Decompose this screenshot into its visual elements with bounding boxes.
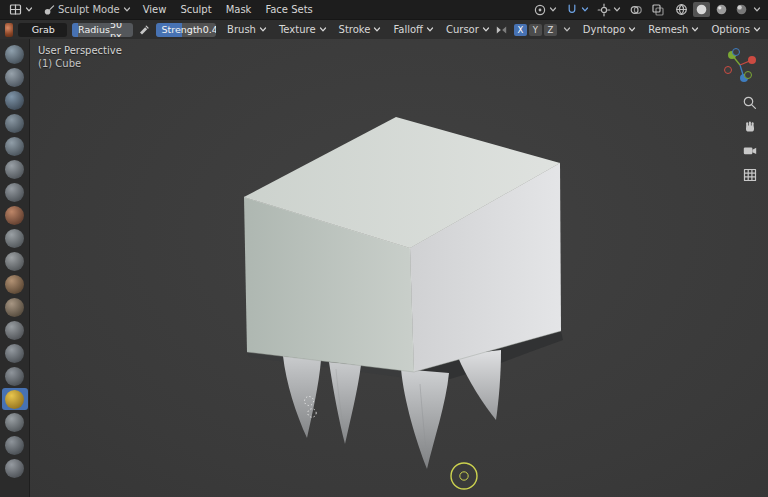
menu-view[interactable]: View [136, 0, 174, 19]
brush-crease[interactable] [2, 204, 28, 226]
caret-icon [426, 27, 434, 32]
brush-scrape-icon [5, 298, 24, 317]
brush-pinch-icon [5, 321, 24, 340]
brush-clay-strips-icon [5, 114, 24, 133]
radius-slider[interactable]: Radius 50 px [72, 23, 133, 37]
mirror-z-toggle[interactable]: Z [544, 24, 557, 36]
pivot-point-button[interactable] [533, 3, 557, 17]
shading-rendered-button[interactable] [733, 2, 750, 17]
strength-slider[interactable]: Strength 0.400 [156, 23, 217, 37]
brush-smooth[interactable] [2, 227, 28, 249]
brush-fill[interactable] [2, 273, 28, 295]
brush-elastic-deform[interactable] [2, 342, 28, 364]
radius-pressure-toggle[interactable] [138, 23, 151, 36]
spike-leg-2[interactable] [329, 362, 361, 444]
brush-clay-strips[interactable] [2, 112, 28, 134]
dropdown-cursor-label: Cursor [446, 24, 479, 35]
brush-snake-hook-icon [5, 367, 24, 386]
brush-pinch[interactable] [2, 319, 28, 341]
caret-icon [613, 7, 621, 12]
editor-type-button[interactable] [4, 0, 38, 19]
shading-wireframe-button[interactable] [673, 2, 690, 17]
snap-magnet-button[interactable] [565, 3, 589, 17]
brush-crease-icon [5, 206, 24, 225]
dropdown-dyntopo-button[interactable]: Dyntopo [583, 24, 636, 35]
shading-material-button[interactable] [713, 2, 730, 17]
mode-selector[interactable]: Sculpt Mode [38, 0, 136, 19]
brush-snake-hook[interactable] [2, 365, 28, 387]
navigation-gizmo[interactable] [720, 45, 760, 85]
active-brush-name-field[interactable]: Grab [18, 23, 67, 37]
brush-thumb-icon [5, 413, 24, 432]
brush-nudge[interactable] [2, 457, 28, 479]
shading-solid-button[interactable] [693, 2, 710, 17]
editor-type-icon [9, 3, 22, 16]
symmetry-icon [495, 24, 508, 36]
dropdown-texture-button[interactable]: Texture [279, 24, 327, 35]
viewport-header: Sculpt Mode ViewSculptMaskFace Sets [0, 0, 768, 19]
dropdown-brush-label: Brush [227, 24, 256, 35]
zoom-button[interactable] [742, 95, 758, 111]
gizmo-axis-y-neg[interactable] [745, 72, 752, 79]
brush-pose-icon [5, 436, 24, 455]
zoom-icon [742, 95, 758, 111]
ball-wireframe-icon [675, 3, 688, 16]
xray-toggle-button[interactable] [651, 3, 665, 17]
dropdown-remesh-label: Remesh [648, 24, 688, 35]
camera-icon [742, 143, 758, 159]
mirror-y-toggle[interactable]: Y [529, 24, 542, 36]
dropdown-options-button[interactable]: Options [711, 24, 761, 35]
3d-viewport[interactable]: User Perspective (1) Cube [30, 39, 768, 497]
caret-icon [753, 27, 761, 32]
grid-button[interactable] [742, 167, 758, 183]
show-overlays-button[interactable] [629, 3, 643, 17]
caret-icon [373, 27, 381, 32]
show-overlays-icon [629, 3, 643, 17]
brush-pose[interactable] [2, 434, 28, 456]
header-right-controls [533, 2, 764, 17]
brush-preview-thumbnail[interactable] [5, 23, 13, 37]
3d-scene[interactable] [30, 39, 768, 497]
dropdown-stroke-button[interactable]: Stroke [339, 24, 382, 35]
spike-leg-3[interactable] [401, 369, 449, 469]
menu-mask[interactable]: Mask [219, 0, 259, 19]
show-gizmos-button[interactable] [597, 3, 621, 17]
brush-draw[interactable] [2, 43, 28, 65]
brush-layer[interactable] [2, 135, 28, 157]
brush-thumb[interactable] [2, 411, 28, 433]
brush-inflate[interactable] [2, 158, 28, 180]
mirror-x-toggle[interactable]: X [514, 24, 527, 36]
pivot-point-icon [533, 3, 547, 17]
active-brush-name: Grab [32, 24, 55, 35]
brush-grab[interactable] [2, 388, 28, 410]
gizmo-axis-x-neg[interactable] [725, 67, 732, 74]
dropdown-brush-button[interactable]: Brush [227, 24, 267, 35]
brush-blob[interactable] [2, 181, 28, 203]
menu-face-sets[interactable]: Face Sets [258, 0, 319, 19]
dropdown-cursor-button[interactable]: Cursor [446, 24, 490, 35]
spike-leg-4[interactable] [457, 350, 501, 420]
caret-icon [259, 27, 267, 32]
pan-button[interactable] [742, 119, 758, 135]
brush-scrape[interactable] [2, 296, 28, 318]
pan-icon [742, 119, 758, 135]
caret-icon [628, 27, 636, 32]
brush-draw-sharp[interactable] [2, 66, 28, 88]
gizmo-axis-x[interactable] [748, 56, 756, 64]
brush-clay[interactable] [2, 89, 28, 111]
gizmo-axis-z-neg[interactable] [733, 49, 740, 56]
mirror-dropdown-button[interactable] [563, 27, 571, 32]
dropdown-remesh-button[interactable]: Remesh [648, 24, 699, 35]
shading-dropdown-button[interactable] [753, 7, 761, 12]
menu-sculpt[interactable]: Sculpt [173, 0, 218, 19]
spike-leg-1[interactable] [283, 356, 321, 438]
show-gizmos-icon [597, 3, 611, 17]
brush-settings-dropdowns: BrushTextureStrokeFalloffCursor [227, 24, 490, 35]
brush-smooth-icon [5, 229, 24, 248]
caret-icon [753, 7, 761, 12]
view-name-label: User Perspective [38, 44, 122, 57]
brush-flatten[interactable] [2, 250, 28, 272]
caret-icon [319, 27, 327, 32]
camera-button[interactable] [742, 143, 758, 159]
dropdown-falloff-button[interactable]: Falloff [393, 24, 434, 35]
